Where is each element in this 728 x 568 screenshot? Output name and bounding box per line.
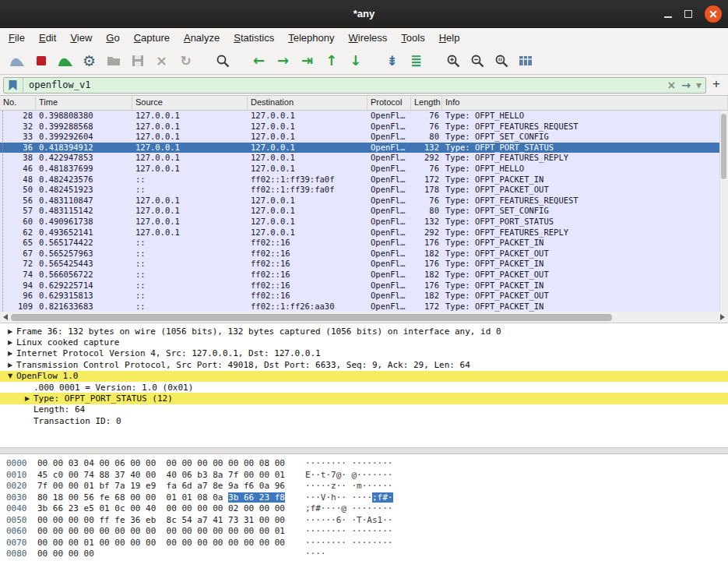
expand-icon[interactable]: ▶ <box>4 362 16 369</box>
packet-row[interactable]: 360.418394912127.0.0.1127.0.0.1OpenFl…13… <box>0 143 728 153</box>
detail-line[interactable]: ▶Linux cooked capture <box>0 337 728 348</box>
packet-row[interactable]: 320.399288568127.0.0.1127.0.0.1OpenFl…76… <box>0 122 728 132</box>
menu-help[interactable]: Help <box>432 30 467 46</box>
column-header-no[interactable]: No. <box>0 96 36 110</box>
capture-start-icon[interactable] <box>5 50 29 72</box>
pane-splitter[interactable] <box>0 448 728 454</box>
scroll-right-icon[interactable] <box>720 314 725 320</box>
filter-apply-icon[interactable]: → <box>681 79 691 90</box>
packet-row[interactable]: 560.483110847127.0.0.1127.0.0.1OpenFl…76… <box>0 196 728 206</box>
menu-statistics[interactable]: Statistics <box>227 30 281 46</box>
hex-row[interactable]: 005000 00 00 00 ff fe 36 eb 8c 54 a7 41 … <box>6 515 728 527</box>
packet-row[interactable]: 740.566056722::ff02::16OpenFl…182Type: O… <box>0 270 728 280</box>
hex-row[interactable]: 006000 00 00 00 00 00 00 00 00 00 00 00 … <box>6 526 728 538</box>
column-header-source[interactable]: Source <box>132 96 248 110</box>
menu-wireless[interactable]: Wireless <box>342 30 395 46</box>
vertical-scrollbar-thumb[interactable] <box>721 114 726 179</box>
packet-row[interactable]: 620.493652141127.0.0.1127.0.0.1OpenFl…29… <box>0 228 728 238</box>
packet-row[interactable]: 460.481837699127.0.0.1127.0.0.1OpenFl…76… <box>0 164 728 175</box>
menu-go[interactable]: Go <box>99 30 126 46</box>
resize-columns-icon[interactable] <box>513 50 537 72</box>
maximize-icon[interactable] <box>684 10 692 18</box>
packet-row[interactable]: 480.482423576::ff02::1:ff39:fa0fOpenFl…1… <box>0 175 728 185</box>
packet-row[interactable]: 600.490961738127.0.0.1127.0.0.1OpenFl…13… <box>0 217 728 228</box>
colorize-packets-icon[interactable]: ≣ <box>404 50 428 72</box>
capture-options-icon[interactable]: ⚙ <box>77 50 101 72</box>
expand-icon[interactable]: ▶ <box>21 395 33 402</box>
column-header-info[interactable]: Info <box>442 96 728 110</box>
go-first-packet-icon[interactable]: ↑ <box>319 50 343 72</box>
auto-scroll-icon[interactable]: ⇟ <box>380 50 404 72</box>
filter-clear-icon[interactable]: × <box>667 79 677 90</box>
filter-bookmark-icon[interactable] <box>8 78 23 93</box>
column-header-protocol[interactable]: Protocol <box>368 96 411 110</box>
menu-edit[interactable]: Edit <box>32 30 63 46</box>
display-filter-input[interactable]: openflow_v1 × → ▾ <box>3 77 706 93</box>
menu-telephony[interactable]: Telephony <box>281 30 341 46</box>
hex-row[interactable]: 007000 00 00 01 00 00 00 00 00 00 00 00 … <box>6 538 728 549</box>
packet-row[interactable]: 650.565174422::ff02::16OpenFl…176Type: O… <box>0 238 728 249</box>
reload-capture-icon[interactable]: ↻ <box>174 50 198 72</box>
horizontal-scrollbar[interactable] <box>0 312 728 323</box>
detail-line[interactable]: Length: 64 <box>0 404 728 415</box>
zoom-out-icon[interactable] <box>465 50 489 72</box>
column-header-length[interactable]: Length <box>411 96 442 110</box>
menu-tools[interactable]: Tools <box>394 30 431 46</box>
save-capture-file-icon[interactable] <box>125 50 149 72</box>
zoom-reset-icon[interactable] <box>489 50 513 72</box>
detail-line[interactable]: ▶Transmission Control Protocol, Src Port… <box>0 359 728 370</box>
packet-row[interactable]: 380.422947853127.0.0.1127.0.0.1OpenFl…29… <box>0 153 728 164</box>
expand-icon[interactable]: ▶ <box>4 339 16 346</box>
column-header-destination[interactable]: Destination <box>248 96 368 110</box>
menu-file[interactable]: File <box>2 30 32 46</box>
go-next-packet-icon[interactable]: → <box>271 50 295 72</box>
minimize-icon[interactable] <box>664 9 672 18</box>
hex-row[interactable]: 003080 18 00 56 fe 68 00 00 01 01 08 0a … <box>6 492 728 504</box>
expand-icon[interactable]: ▶ <box>4 350 16 357</box>
cell-time: 0.493652141 <box>36 228 132 238</box>
close-capture-file-icon[interactable]: × <box>149 50 174 72</box>
close-icon[interactable] <box>705 5 722 23</box>
packet-row[interactable]: 570.483115142127.0.0.1127.0.0.1OpenFl…80… <box>0 206 728 217</box>
column-header-time[interactable]: Time <box>36 96 132 110</box>
go-last-packet-icon[interactable]: ↓ <box>343 50 368 72</box>
filter-value[interactable]: openflow_v1 <box>29 79 662 90</box>
title-bar[interactable]: *any <box>0 0 728 28</box>
detail-line[interactable]: Transaction ID: 0 <box>0 415 728 426</box>
packet-row[interactable]: 720.565425443::ff02::16OpenFl…176Type: O… <box>0 259 728 270</box>
packet-row[interactable]: 280.398808380127.0.0.1127.0.0.1OpenFl…76… <box>0 111 728 122</box>
vertical-scrollbar[interactable] <box>719 111 728 312</box>
zoom-in-icon[interactable] <box>441 50 465 72</box>
detail-line[interactable]: ▶Type: OFPT_PORT_STATUS (12) <box>0 393 728 404</box>
horizontal-scrollbar-thumb[interactable] <box>11 314 612 321</box>
hex-row[interactable]: 00403b 66 23 e5 01 0c 00 40 00 00 00 00 … <box>6 503 728 515</box>
menu-capture[interactable]: Capture <box>127 30 177 46</box>
detail-line[interactable]: .000 0001 = Version: 1.0 (0x01) <box>0 382 728 393</box>
packet-row[interactable]: 960.629315813::ff02::16OpenFl…182Type: O… <box>0 291 728 302</box>
packet-row[interactable]: 940.629225714::ff02::16OpenFl…176Type: O… <box>0 280 728 291</box>
hex-row[interactable]: 001045 c0 00 74 88 37 40 00 40 06 b3 8a … <box>6 470 728 482</box>
detail-line[interactable]: ▼OpenFlow 1.0 <box>0 371 728 382</box>
detail-line[interactable]: ▶Frame 36: 132 bytes on wire (1056 bits)… <box>0 326 728 337</box>
collapse-icon[interactable]: ▼ <box>4 372 16 379</box>
capture-restart-icon[interactable] <box>53 50 77 72</box>
packet-row[interactable]: 500.482451923::ff02::1:ff39:fa0fOpenFl…1… <box>0 185 728 196</box>
packet-row[interactable]: 330.399292604127.0.0.1127.0.0.1OpenFl…80… <box>0 132 728 143</box>
expand-icon[interactable]: ▶ <box>4 328 16 335</box>
hex-row[interactable]: 00207f 00 00 01 bf 7a 19 e9 fa 6d a7 8e … <box>6 481 728 492</box>
go-previous-packet-icon[interactable]: ← <box>247 50 271 72</box>
hex-row[interactable]: 000000 00 03 04 00 06 00 00 00 00 00 00 … <box>6 458 728 470</box>
packet-row[interactable]: 670.565257963::ff02::16OpenFl…182Type: O… <box>0 249 728 259</box>
filter-dropdown-icon[interactable]: ▾ <box>696 79 702 90</box>
go-to-packet-icon[interactable]: ⇥ <box>295 50 319 72</box>
hex-row[interactable]: 008000 00 00 00 ···· <box>6 549 728 560</box>
menu-analyze[interactable]: Analyze <box>177 30 227 46</box>
find-packet-icon[interactable] <box>210 50 234 72</box>
menu-view[interactable]: View <box>63 30 99 46</box>
scroll-left-icon[interactable] <box>3 314 8 320</box>
filter-add-button[interactable]: + <box>709 76 725 93</box>
detail-line[interactable]: ▶Internet Protocol Version 4, Src: 127.0… <box>0 348 728 359</box>
capture-stop-icon[interactable] <box>29 50 53 72</box>
packet-row[interactable]: 1090.821633683::ff02::1:ff26:aa30OpenFl…… <box>0 302 728 312</box>
open-capture-file-icon[interactable] <box>101 50 125 72</box>
